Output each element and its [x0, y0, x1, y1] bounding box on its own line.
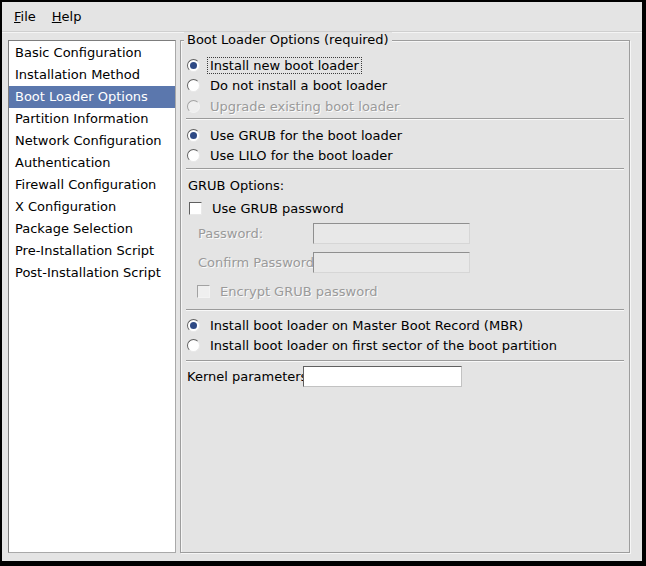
radio-label: Install boot loader on first sector of t… — [207, 337, 560, 354]
boot-loader-options-frame: Boot Loader Options (required) Install n… — [180, 40, 630, 553]
frame-title: Boot Loader Options (required) — [184, 32, 392, 48]
radio-label: Do not install a boot loader — [207, 77, 390, 94]
checkbox-encrypt-grub-password: Encrypt GRUB password — [197, 281, 623, 301]
radio-install-on-first-sector[interactable]: Install boot loader on first sector of t… — [187, 335, 623, 355]
category-list: Basic Configuration Installation Method … — [8, 40, 176, 553]
sidebar-item-authentication[interactable]: Authentication — [9, 152, 175, 174]
sidebar-item-basic-configuration[interactable]: Basic Configuration — [9, 42, 175, 64]
checkbox-label: Encrypt GRUB password — [217, 283, 381, 300]
radio-button-icon — [187, 319, 200, 332]
sidebar-item-network-configuration[interactable]: Network Configuration — [9, 130, 175, 152]
separator — [186, 118, 624, 120]
separator — [186, 360, 624, 362]
checkbox-use-grub-password[interactable]: Use GRUB password — [189, 198, 623, 218]
password-input — [313, 223, 470, 244]
radio-install-on-mbr[interactable]: Install boot loader on Master Boot Recor… — [187, 315, 623, 335]
radio-label: Install new boot loader — [207, 57, 362, 74]
confirm-password-input — [313, 252, 470, 273]
separator — [186, 168, 624, 170]
sidebar-item-x-configuration[interactable]: X Configuration — [9, 196, 175, 218]
kickstart-configurator-window: File Help Basic Configuration Installati… — [0, 0, 646, 566]
radio-button-icon — [187, 129, 200, 142]
radio-button-icon — [187, 100, 200, 113]
radio-button-icon — [187, 59, 200, 72]
radio-install-new-boot-loader[interactable]: Install new boot loader — [187, 55, 623, 75]
radio-use-grub[interactable]: Use GRUB for the boot loader — [187, 125, 623, 145]
sidebar-item-installation-method[interactable]: Installation Method — [9, 64, 175, 86]
password-label: Password: — [198, 226, 263, 242]
menu-help[interactable]: Help — [44, 6, 90, 27]
radio-upgrade-existing-boot-loader: Upgrade existing boot loader — [187, 96, 623, 116]
separator — [186, 309, 624, 311]
checkbox-icon — [197, 285, 210, 298]
confirm-password-label: Confirm Password: — [198, 255, 318, 271]
sidebar-item-boot-loader-options[interactable]: Boot Loader Options — [9, 86, 175, 108]
radio-label: Use GRUB for the boot loader — [207, 127, 405, 144]
sidebar-item-firewall-configuration[interactable]: Firewall Configuration — [9, 174, 175, 196]
grub-options-heading: GRUB Options: — [188, 178, 284, 194]
sidebar-item-package-selection[interactable]: Package Selection — [9, 218, 175, 240]
radio-button-icon — [187, 339, 200, 352]
kernel-parameters-input[interactable] — [303, 366, 462, 387]
sidebar-item-pre-installation-script[interactable]: Pre-Installation Script — [9, 240, 175, 262]
sidebar-item-post-installation-script[interactable]: Post-Installation Script — [9, 262, 175, 284]
sidebar-item-partition-information[interactable]: Partition Information — [9, 108, 175, 130]
checkbox-label: Use GRUB password — [209, 200, 347, 217]
radio-label: Use LILO for the boot loader — [207, 147, 396, 164]
radio-use-lilo[interactable]: Use LILO for the boot loader — [187, 145, 623, 165]
kernel-parameters-label: Kernel parameters: — [187, 369, 312, 385]
menu-bar: File Help — [2, 2, 642, 32]
radio-label: Upgrade existing boot loader — [207, 98, 402, 115]
radio-button-icon — [187, 79, 200, 92]
radio-do-not-install-boot-loader[interactable]: Do not install a boot loader — [187, 75, 623, 95]
radio-label: Install boot loader on Master Boot Recor… — [207, 317, 526, 334]
menu-file[interactable]: File — [6, 6, 44, 27]
radio-button-icon — [187, 149, 200, 162]
checkbox-icon — [189, 202, 202, 215]
